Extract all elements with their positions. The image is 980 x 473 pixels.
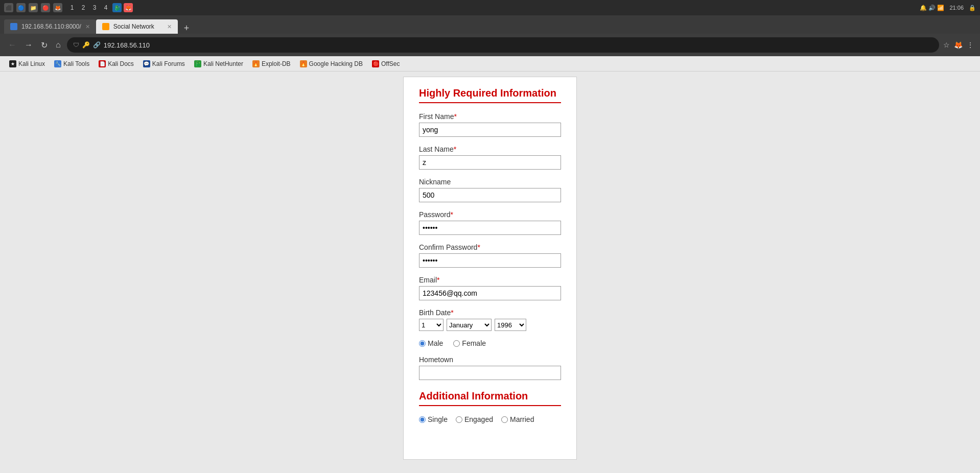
kali-tools-favicon: 🔧 <box>54 60 61 67</box>
url-input-wrap[interactable]: 🛡 🔑 🔗 192.168.56.110 <box>67 37 939 53</box>
gender-male-radio[interactable] <box>419 340 426 347</box>
firefox-icon: 🦊 <box>954 41 963 49</box>
titlebar-nums: 1 2 3 4 <box>67 4 110 11</box>
first-name-required: * <box>454 112 456 121</box>
marital-engaged-option[interactable]: Engaged <box>456 415 493 423</box>
page-content: Highly Required Information First Name* … <box>0 72 980 470</box>
confirm-password-label: Confirm Password* <box>419 243 561 251</box>
password-required: * <box>450 210 453 219</box>
hometown-group: Hometown <box>419 356 561 380</box>
forward-button[interactable]: → <box>22 38 35 52</box>
first-name-input[interactable] <box>419 123 561 137</box>
confirm-password-input[interactable] <box>419 253 561 268</box>
tab-bar: 192.168.56.110:8000/ ✕ Social Network ✕ … <box>0 15 980 34</box>
bookmark-kali-tools[interactable]: 🔧 Kali Tools <box>50 59 94 68</box>
tab-inactive[interactable]: 192.168.56.110:8000/ ✕ <box>4 19 96 34</box>
extensions-icon[interactable]: ⋮ <box>967 41 974 49</box>
gender-female-option[interactable]: Female <box>453 339 486 347</box>
bookmark-kali-nethunter[interactable]: 🐉 Kali NetHunter <box>190 59 247 68</box>
system-tray: 🔔 🔊 📶 <box>920 5 944 11</box>
marital-status-group: Single Engaged Married <box>419 415 561 423</box>
marital-single-option[interactable]: Single <box>419 415 448 423</box>
kali-tools-label: Kali Tools <box>63 60 89 67</box>
last-name-input[interactable] <box>419 155 561 170</box>
shield-icon: 🛡 <box>73 41 79 49</box>
bookmark-exploit-db[interactable]: 🔥 Exploit-DB <box>248 59 295 68</box>
tab1-favicon <box>10 23 17 30</box>
app-icon-files: 📁 <box>29 3 38 12</box>
tab2-close[interactable]: ✕ <box>167 23 172 30</box>
gender-female-radio[interactable] <box>453 340 460 347</box>
tab1-close[interactable]: ✕ <box>85 23 90 30</box>
lock-icon: 🔑 <box>82 41 90 49</box>
home-button[interactable]: ⌂ <box>54 38 63 52</box>
tab1-title: 192.168.56.110:8000/ <box>21 23 81 30</box>
connection-icon: 🔗 <box>93 41 101 49</box>
email-required: * <box>437 276 439 284</box>
url-display[interactable]: 192.168.56.110 <box>104 41 150 49</box>
bookmark-google-hacking-db[interactable]: 🔥 Google Hacking DB <box>296 59 367 68</box>
section2-title: Additional Information <box>419 390 561 406</box>
tab2-title: Social Network <box>113 23 154 30</box>
bookmark-kali-docs[interactable]: 📄 Kali Docs <box>95 59 138 68</box>
exploit-db-favicon: 🔥 <box>252 60 260 67</box>
bookmark-kali-forums[interactable]: 💬 Kali Forums <box>139 59 189 68</box>
birth-day-select[interactable]: 12345 678910 1112131415 1617181920 21222… <box>419 319 444 331</box>
email-label: Email* <box>419 276 561 284</box>
marital-married-option[interactable]: Married <box>501 415 534 423</box>
refresh-button[interactable]: ↻ <box>39 38 50 52</box>
offsec-favicon: 🔴 <box>372 60 379 67</box>
titlebar-right: 🔔 🔊 📶 21:06 🔒 <box>920 5 976 11</box>
gender-male-label: Male <box>428 339 443 347</box>
last-name-label: Last Name* <box>419 145 561 153</box>
password-group: Password* <box>419 210 561 235</box>
marital-single-radio[interactable] <box>419 416 426 423</box>
password-input[interactable] <box>419 221 561 235</box>
gender-male-option[interactable]: Male <box>419 339 443 347</box>
new-tab-button[interactable]: + <box>180 23 194 34</box>
google-hacking-label: Google Hacking DB <box>309 60 363 67</box>
last-name-required: * <box>454 145 456 153</box>
registration-form: Highly Required Information First Name* … <box>403 77 577 460</box>
desktop-num-3[interactable]: 3 <box>90 4 99 11</box>
desktop-num-2[interactable]: 2 <box>79 4 88 11</box>
birth-month-select[interactable]: JanuaryFebruaryMarch AprilMayJune JulyAu… <box>447 319 492 331</box>
birth-date-group: Birth Date* 12345 678910 1112131415 1617… <box>419 309 561 331</box>
app-icon-firefox: 🦊 <box>124 3 133 12</box>
hometown-input[interactable] <box>419 366 561 380</box>
bookmark-star-icon[interactable]: ☆ <box>943 41 950 49</box>
hometown-label: Hometown <box>419 356 561 364</box>
password-label: Password* <box>419 210 561 219</box>
bookmark-offsec[interactable]: 🔴 OffSec <box>368 59 404 68</box>
first-name-label: First Name* <box>419 112 561 121</box>
app-icon-red: 🔴 <box>41 3 50 12</box>
gender-female-label: Female <box>462 339 486 347</box>
kali-forums-favicon: 💬 <box>143 60 150 67</box>
first-name-group: First Name* <box>419 112 561 137</box>
marital-engaged-radio[interactable] <box>456 416 462 423</box>
confirm-password-required: * <box>477 243 480 251</box>
bookmarks-bar: ★ Kali Linux 🔧 Kali Tools 📄 Kali Docs 💬 … <box>0 56 980 72</box>
tab-social-network[interactable]: Social Network ✕ <box>96 19 178 34</box>
browser-frame: ⬛ 🔵 📁 🔴 🦊 1 2 3 4 🐉 🦊 🔔 🔊 📶 21:06 🔒 192.… <box>0 0 980 473</box>
kali-docs-favicon: 📄 <box>99 60 106 67</box>
back-button[interactable]: ← <box>6 38 18 52</box>
kali-linux-label: Kali Linux <box>18 60 45 67</box>
nickname-label: Nickname <box>419 178 561 186</box>
titlebar: ⬛ 🔵 📁 🔴 🦊 1 2 3 4 🐉 🦊 🔔 🔊 📶 21:06 🔒 <box>0 0 980 15</box>
confirm-password-group: Confirm Password* <box>419 243 561 268</box>
email-input[interactable] <box>419 286 561 300</box>
last-name-group: Last Name* <box>419 145 561 170</box>
titlebar-icons: ⬛ 🔵 📁 🔴 🦊 <box>4 3 62 12</box>
bookmark-kali-linux[interactable]: ★ Kali Linux <box>5 59 49 68</box>
section1-title: Highly Required Information <box>419 87 561 103</box>
additional-section: Additional Information Single Engaged <box>419 390 561 423</box>
app-icon-kali: 🐉 <box>112 3 122 12</box>
desktop-num-1[interactable]: 1 <box>67 4 77 11</box>
birth-date-row: 12345 678910 1112131415 1617181920 21222… <box>419 319 561 331</box>
google-hacking-favicon: 🔥 <box>300 60 307 67</box>
marital-married-radio[interactable] <box>501 416 508 423</box>
desktop-num-4[interactable]: 4 <box>101 4 110 11</box>
nickname-input[interactable] <box>419 188 561 202</box>
birth-year-select[interactable]: 1990199119921993 1994199519961997 199819… <box>495 319 526 331</box>
